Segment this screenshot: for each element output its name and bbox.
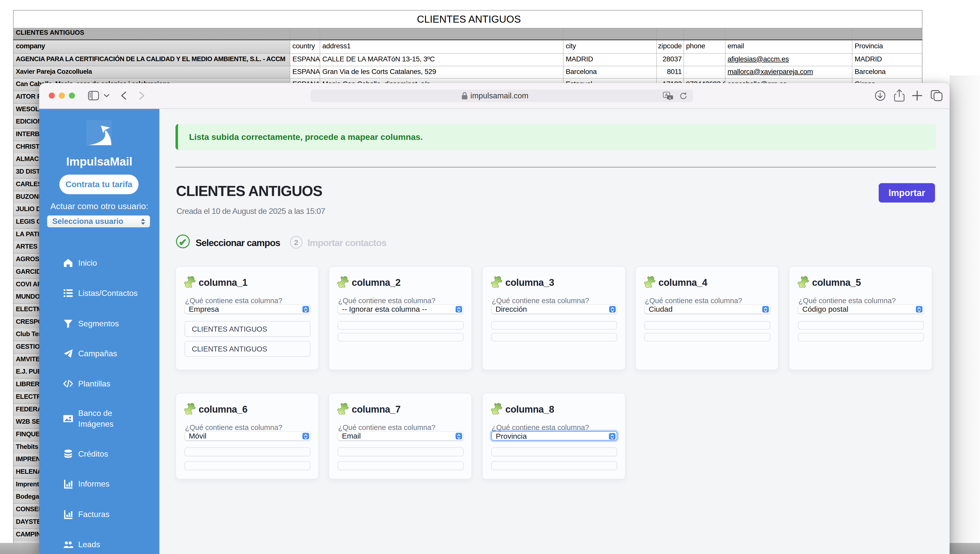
svg-text:x: x — [669, 96, 671, 100]
